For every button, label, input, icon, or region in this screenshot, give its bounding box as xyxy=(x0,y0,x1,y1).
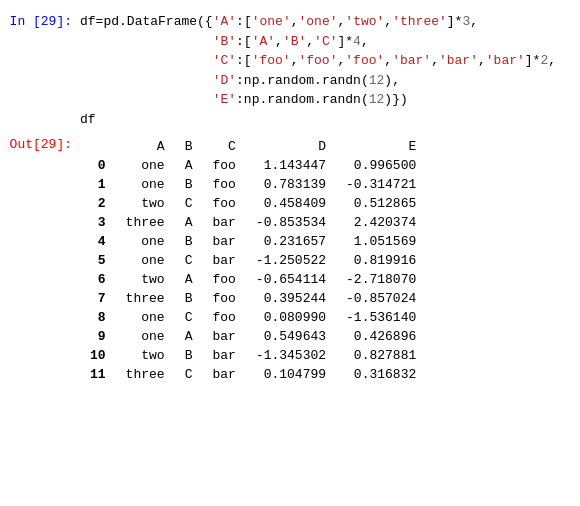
cell-A: three xyxy=(116,365,175,384)
cell-A: two xyxy=(116,194,175,213)
row-index: 7 xyxy=(80,289,116,308)
table-row: 6twoAfoo-0.654114-2.718070 xyxy=(80,270,426,289)
table-row: 2twoCfoo0.4584090.512865 xyxy=(80,194,426,213)
cell-C: bar xyxy=(202,232,245,251)
cell-A: two xyxy=(116,270,175,289)
cell-B: A xyxy=(175,327,203,346)
col-header-A: A xyxy=(116,137,175,156)
cell-E: 0.426896 xyxy=(336,327,426,346)
dataframe-output: A B C D E 0oneAfoo1.1434470.9965001oneBf… xyxy=(80,137,580,384)
table-row: 9oneAbar0.5496430.426896 xyxy=(80,327,426,346)
col-header-C: C xyxy=(202,137,245,156)
table-row: 0oneAfoo1.1434470.996500 xyxy=(80,156,426,175)
cell-D: -1.250522 xyxy=(246,251,336,270)
cell-B: C xyxy=(175,365,203,384)
cell-A: three xyxy=(116,213,175,232)
cell-C: foo xyxy=(202,308,245,327)
cell-E: 2.420374 xyxy=(336,213,426,232)
cell-C: foo xyxy=(202,270,245,289)
row-index: 10 xyxy=(80,346,116,365)
col-header-E: E xyxy=(336,137,426,156)
table-row: 11threeCbar0.1047990.316832 xyxy=(80,365,426,384)
cell-A: two xyxy=(116,346,175,365)
table-row: 1oneBfoo0.783139-0.314721 xyxy=(80,175,426,194)
cell-A: one xyxy=(116,156,175,175)
row-index: 6 xyxy=(80,270,116,289)
table-header-row: A B C D E xyxy=(80,137,426,156)
cell-C: bar xyxy=(202,251,245,270)
cell-B: B xyxy=(175,175,203,194)
table-row: 7threeBfoo0.395244-0.857024 xyxy=(80,289,426,308)
row-index: 1 xyxy=(80,175,116,194)
table-row: 5oneCbar-1.2505220.819916 xyxy=(80,251,426,270)
cell-E: 0.827881 xyxy=(336,346,426,365)
cell-A: three xyxy=(116,289,175,308)
cell-B: B xyxy=(175,346,203,365)
row-index: 2 xyxy=(80,194,116,213)
table-row: 8oneCfoo0.080990-1.536140 xyxy=(80,308,426,327)
cell-A: one xyxy=(116,308,175,327)
cell-D: -0.853534 xyxy=(246,213,336,232)
cell-B: C xyxy=(175,251,203,270)
cell-B: C xyxy=(175,308,203,327)
cell-E: -2.718070 xyxy=(336,270,426,289)
cell-A: one xyxy=(116,175,175,194)
cell-B: A xyxy=(175,156,203,175)
cell-C: foo xyxy=(202,289,245,308)
cell-C: bar xyxy=(202,365,245,384)
cell-D: 0.549643 xyxy=(246,327,336,346)
notebook-cell: In [29]: df=pd.DataFrame({'A':['one','on… xyxy=(0,0,580,396)
cell-B: A xyxy=(175,270,203,289)
cell-D: 0.104799 xyxy=(246,365,336,384)
row-index: 11 xyxy=(80,365,116,384)
row-index: 4 xyxy=(80,232,116,251)
code-line-3: 'C':['foo','foo','foo','bar','bar','bar'… xyxy=(80,51,580,71)
cell-B: A xyxy=(175,213,203,232)
cell-E: 0.512865 xyxy=(336,194,426,213)
cell-C: bar xyxy=(202,327,245,346)
cell-C: bar xyxy=(202,346,245,365)
cell-E: 0.819916 xyxy=(336,251,426,270)
cell-D: 0.783139 xyxy=(246,175,336,194)
table-row: 10twoBbar-1.3453020.827881 xyxy=(80,346,426,365)
code-line-6: df xyxy=(80,110,580,130)
output-cell: Out[29]: A B C D E 0oneAfoo1.1434470.996… xyxy=(0,133,580,388)
cell-D: 0.080990 xyxy=(246,308,336,327)
cell-C: foo xyxy=(202,194,245,213)
col-header-D: D xyxy=(246,137,336,156)
input-prompt: In [29]: xyxy=(0,12,80,32)
cell-B: B xyxy=(175,289,203,308)
cell-D: 1.143447 xyxy=(246,156,336,175)
cell-A: one xyxy=(116,251,175,270)
code-line-2: 'B':['A','B','C']*4, xyxy=(80,32,580,52)
cell-B: C xyxy=(175,194,203,213)
cell-C: foo xyxy=(202,156,245,175)
code-line-1: df=pd.DataFrame({'A':['one','one','two',… xyxy=(80,12,580,32)
cell-D: -1.345302 xyxy=(246,346,336,365)
row-index: 8 xyxy=(80,308,116,327)
cell-E: -0.314721 xyxy=(336,175,426,194)
cell-E: -1.536140 xyxy=(336,308,426,327)
output-prompt: Out[29]: xyxy=(0,137,80,152)
table-row: 3threeAbar-0.8535342.420374 xyxy=(80,213,426,232)
cell-E: 0.316832 xyxy=(336,365,426,384)
cell-E: 0.996500 xyxy=(336,156,426,175)
row-index: 0 xyxy=(80,156,116,175)
cell-E: 1.051569 xyxy=(336,232,426,251)
row-index: 5 xyxy=(80,251,116,270)
row-index: 3 xyxy=(80,213,116,232)
cell-D: 0.231657 xyxy=(246,232,336,251)
cell-E: -0.857024 xyxy=(336,289,426,308)
dataframe-table: A B C D E 0oneAfoo1.1434470.9965001oneBf… xyxy=(80,137,426,384)
cell-D: 0.395244 xyxy=(246,289,336,308)
table-row: 4oneBbar0.2316571.051569 xyxy=(80,232,426,251)
col-header-idx xyxy=(80,137,116,156)
cell-D: -0.654114 xyxy=(246,270,336,289)
code-line-5: 'E':np.random.randn(12)}) xyxy=(80,90,580,110)
cell-B: B xyxy=(175,232,203,251)
cell-C: foo xyxy=(202,175,245,194)
row-index: 9 xyxy=(80,327,116,346)
cell-A: one xyxy=(116,232,175,251)
input-cell: In [29]: df=pd.DataFrame({'A':['one','on… xyxy=(0,8,580,133)
cell-D: 0.458409 xyxy=(246,194,336,213)
